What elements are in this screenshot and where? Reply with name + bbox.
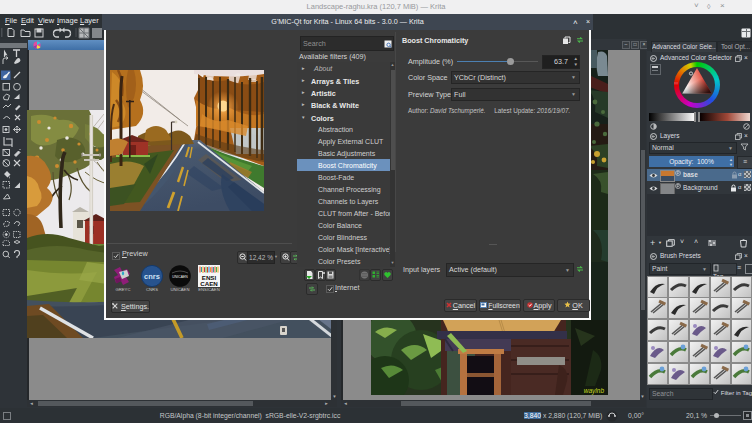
- svg-text:cnrs: cnrs: [144, 272, 160, 281]
- svg-text:CAEN: CAEN: [200, 280, 218, 287]
- svg-text:UNICAEN: UNICAEN: [172, 275, 188, 279]
- svg-text:waylnb: waylnb: [584, 387, 605, 395]
